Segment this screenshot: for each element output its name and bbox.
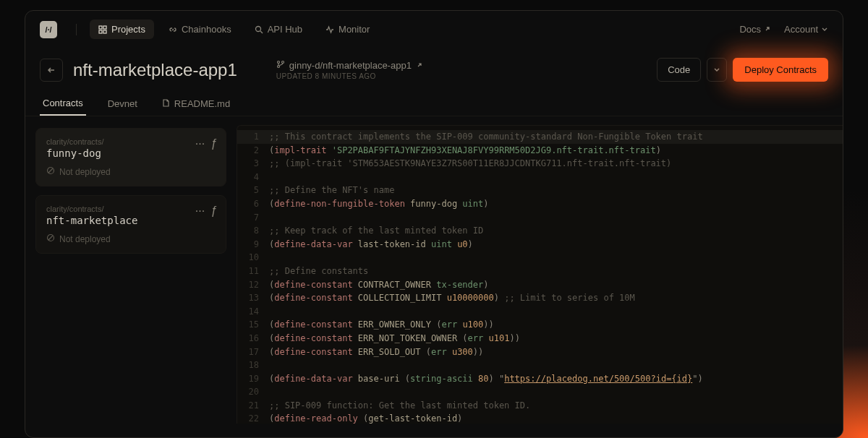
docs-link[interactable]: Docs bbox=[739, 24, 771, 35]
logo[interactable]: /·/ bbox=[40, 21, 57, 38]
line-number: 12 bbox=[237, 278, 269, 292]
code-content: (define-constant ERR_SOLD_OUT (err u300)… bbox=[269, 345, 483, 359]
line-number: 18 bbox=[237, 358, 269, 372]
function-icon[interactable]: ƒ bbox=[210, 205, 217, 218]
line-number: 15 bbox=[237, 318, 269, 332]
nav-label: API Hub bbox=[268, 24, 302, 35]
code-editor[interactable]: 1;; This contract implements the SIP-009… bbox=[237, 125, 843, 424]
line-number: 7 bbox=[237, 211, 269, 225]
code-content: ;; SIP-009 function: Get the last minted… bbox=[269, 399, 530, 413]
deploy-contracts-button[interactable]: Deploy Contracts bbox=[733, 58, 828, 82]
code-content: ;; Define the NFT's name bbox=[269, 184, 394, 197]
line-number: 13 bbox=[237, 291, 269, 305]
contract-name: nft-marketplace bbox=[46, 215, 216, 226]
code-line[interactable]: 18 bbox=[237, 358, 843, 372]
code-line[interactable]: 12(define-constant CONTRACT_OWNER tx-sen… bbox=[237, 278, 843, 292]
code-line[interactable]: 20 bbox=[237, 385, 843, 399]
code-line[interactable]: 22(define-read-only (get-last-token-id) bbox=[237, 412, 843, 424]
contract-card[interactable]: clarity/contracts/ nft-marketplace Not d… bbox=[35, 195, 226, 254]
external-link-icon bbox=[416, 60, 423, 71]
code-content: ;; Keep track of the last minted token I… bbox=[269, 224, 483, 238]
code-content: (define-read-only (get-last-token-id) bbox=[269, 412, 462, 424]
code-line[interactable]: 15(define-constant ERR_OWNER_ONLY (err u… bbox=[237, 318, 843, 332]
repo-path: ginny-d/nft-marketplace-app1 bbox=[289, 60, 412, 71]
code-content: (define-constant CONTRACT_OWNER tx-sende… bbox=[269, 278, 489, 292]
code-line[interactable]: 11;; Define constants bbox=[237, 265, 843, 278]
tab-contracts[interactable]: Contracts bbox=[40, 92, 86, 116]
line-number: 10 bbox=[237, 251, 269, 265]
line-number: 22 bbox=[237, 412, 269, 424]
line-number: 17 bbox=[237, 345, 269, 359]
function-icon[interactable]: ƒ bbox=[210, 137, 217, 150]
search-icon bbox=[255, 25, 263, 34]
back-button[interactable] bbox=[40, 59, 63, 82]
code-line[interactable]: 1;; This contract implements the SIP-009… bbox=[237, 130, 843, 144]
code-line[interactable]: 13(define-constant COLLECTION_LIMIT u100… bbox=[237, 291, 843, 305]
app-window: /·/ Projects Chainhooks API Hub Monitor … bbox=[25, 10, 843, 438]
line-number: 21 bbox=[237, 399, 269, 413]
more-icon[interactable]: ··· bbox=[195, 137, 205, 150]
code-button[interactable]: Code bbox=[657, 58, 701, 82]
tab-readme[interactable]: README.md bbox=[159, 92, 233, 116]
line-number: 16 bbox=[237, 332, 269, 345]
svg-point-7 bbox=[281, 61, 284, 63]
circle-slash-icon bbox=[46, 166, 55, 177]
svg-rect-0 bbox=[99, 26, 102, 29]
code-content: ;; (impl-trait 'STM653AESTK9NAYE3Z7RS00T… bbox=[269, 157, 671, 171]
line-number: 14 bbox=[237, 305, 269, 319]
svg-rect-2 bbox=[99, 30, 102, 33]
header: nft-marketplace-app1 ginny-d/nft-marketp… bbox=[25, 48, 843, 82]
code-line[interactable]: 21;; SIP-009 function: Get the last mint… bbox=[237, 399, 843, 413]
repo-link[interactable]: ginny-d/nft-marketplace-app1 bbox=[276, 60, 647, 71]
status-text: Not deployed bbox=[59, 234, 111, 244]
nav-label: Monitor bbox=[339, 24, 370, 35]
nav-projects[interactable]: Projects bbox=[90, 20, 154, 39]
project-title: nft-marketplace-app1 bbox=[73, 60, 237, 80]
external-link-icon bbox=[764, 24, 771, 35]
code-line[interactable]: 2(impl-trait 'SP2PABAF9FTAJYNFZH93XENAJ8… bbox=[237, 144, 843, 158]
code-content: (impl-trait 'SP2PABAF9FTAJYNFZH93XENAJ8F… bbox=[269, 144, 661, 158]
line-number: 3 bbox=[237, 157, 269, 171]
code-line[interactable]: 8;; Keep track of the last minted token … bbox=[237, 224, 843, 238]
line-number: 20 bbox=[237, 385, 269, 399]
code-line[interactable]: 6(define-non-fungible-token funny-dog ui… bbox=[237, 197, 843, 211]
header-actions: Code Deploy Contracts bbox=[657, 58, 828, 82]
nav-chainhooks[interactable]: Chainhooks bbox=[160, 20, 240, 39]
code-content: (define-constant COLLECTION_LIMIT u10000… bbox=[269, 291, 635, 305]
code-line[interactable]: 4 bbox=[237, 171, 843, 184]
divider bbox=[76, 24, 77, 35]
line-number: 11 bbox=[237, 265, 269, 278]
contract-card[interactable]: clarity/contracts/ funny-dog Not deploye… bbox=[35, 128, 226, 186]
code-content: (define-non-fungible-token funny-dog uin… bbox=[269, 197, 489, 211]
contract-name: funny-dog bbox=[46, 147, 216, 159]
code-line[interactable]: 19(define-data-var base-uri (string-asci… bbox=[237, 372, 843, 386]
nav-monitor[interactable]: Monitor bbox=[317, 20, 378, 39]
code-line[interactable]: 17(define-constant ERR_SOLD_OUT (err u30… bbox=[237, 345, 843, 359]
repo-meta: ginny-d/nft-marketplace-app1 UPDATED 8 M… bbox=[247, 60, 647, 80]
line-number: 4 bbox=[237, 171, 269, 184]
nav-apihub[interactable]: API Hub bbox=[246, 20, 311, 39]
tab-devnet[interactable]: Devnet bbox=[105, 92, 140, 116]
account-menu[interactable]: Account bbox=[784, 24, 828, 35]
code-content: (define-constant ERR_NOT_TOKEN_OWNER (er… bbox=[269, 332, 520, 345]
line-number: 6 bbox=[237, 197, 269, 211]
line-number: 9 bbox=[237, 238, 269, 252]
code-line[interactable]: 5;; Define the NFT's name bbox=[237, 184, 843, 197]
contract-path: clarity/contracts/ bbox=[46, 137, 216, 146]
code-dropdown[interactable] bbox=[707, 58, 727, 82]
more-icon[interactable]: ··· bbox=[195, 205, 205, 218]
code-line[interactable]: 16(define-constant ERR_NOT_TOKEN_OWNER (… bbox=[237, 332, 843, 345]
svg-rect-1 bbox=[103, 26, 106, 29]
updated-label: UPDATED 8 MINUTES AGO bbox=[276, 72, 647, 80]
code-line[interactable]: 3;; (impl-trait 'STM653AESTK9NAYE3Z7RS00… bbox=[237, 157, 843, 171]
code-content: ;; This contract implements the SIP-009 … bbox=[269, 130, 703, 144]
code-line[interactable]: 14 bbox=[237, 305, 843, 319]
activity-icon bbox=[326, 25, 334, 34]
content: clarity/contracts/ funny-dog Not deploye… bbox=[25, 116, 843, 424]
code-line[interactable]: 10 bbox=[237, 251, 843, 265]
line-number: 5 bbox=[237, 184, 269, 197]
code-line[interactable]: 9(define-data-var last-token-id uint u0) bbox=[237, 238, 843, 252]
code-line[interactable]: 7 bbox=[237, 211, 843, 225]
circle-slash-icon bbox=[46, 233, 55, 244]
code-content: (define-data-var base-uri (string-ascii … bbox=[269, 372, 703, 386]
